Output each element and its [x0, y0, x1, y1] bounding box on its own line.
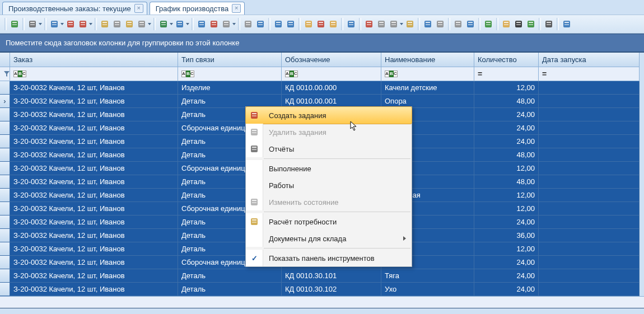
chevron-down-icon[interactable]	[186, 23, 189, 25]
column-header[interactable]: Тип связи	[178, 53, 282, 67]
chevron-down-icon[interactable]	[148, 23, 151, 25]
refresh-icon[interactable]	[9, 18, 20, 30]
barcode-icon[interactable]	[513, 18, 524, 30]
cell-order[interactable]: З-20-0032 Качели, 12 шт, Иванов	[10, 108, 178, 121]
row-indicator[interactable]	[0, 121, 10, 135]
window-icon[interactable]	[465, 18, 476, 30]
toolbar-button[interactable]	[561, 18, 572, 30]
share-icon[interactable]	[196, 18, 207, 30]
toolbar-button[interactable]	[452, 18, 464, 30]
row-indicator[interactable]	[0, 189, 10, 202]
cell-start_date[interactable]	[539, 189, 640, 202]
calendar-add-icon[interactable]	[77, 18, 88, 30]
toolbar-button[interactable]	[111, 18, 123, 30]
cell-order[interactable]: З-20-0032 Качели, 12 шт, Иванов	[10, 256, 178, 269]
chevron-down-icon[interactable]	[232, 23, 236, 25]
cell-start_date[interactable]	[539, 256, 640, 269]
printer-icon[interactable]	[27, 18, 38, 30]
cell-order[interactable]: З-20-0032 Качели, 12 шт, Иванов	[10, 269, 178, 283]
toolbar-button[interactable]	[435, 18, 446, 30]
row-indicator[interactable]	[0, 283, 10, 296]
filter-icon[interactable]	[346, 18, 357, 30]
cell-qty[interactable]: 24,00	[474, 135, 539, 148]
row-indicator[interactable]	[0, 202, 10, 215]
cell-order[interactable]: З-20-0032 Качели, 12 шт, Иванов	[10, 135, 178, 148]
row-indicator[interactable]	[0, 81, 10, 95]
cell-qty[interactable]: 24,00	[474, 256, 539, 269]
row-indicator[interactable]	[0, 175, 10, 189]
calendar-red-icon[interactable]	[65, 18, 76, 30]
run-icon[interactable]	[255, 18, 266, 30]
cell-qty[interactable]: 24,00	[474, 269, 539, 283]
cell-qty[interactable]: 24,00	[474, 121, 539, 135]
delete-cal-icon[interactable]	[111, 18, 123, 30]
cell-link_type[interactable]: Изделие	[178, 81, 282, 95]
cell-name[interactable]: Тяга	[381, 269, 474, 283]
cell-start_date[interactable]	[539, 121, 640, 135]
toolbar-button[interactable]	[285, 18, 296, 30]
cell-order[interactable]: З-20-0032 Качели, 12 шт, Иванов	[10, 175, 178, 189]
column-filter[interactable]: ABC	[10, 67, 178, 81]
column-header[interactable]: Дата запуска	[539, 53, 640, 67]
cell-start_date[interactable]	[539, 202, 640, 215]
doc-icon[interactable]	[376, 18, 387, 30]
cell-order[interactable]: З-20-0032 Качели, 12 шт, Иванов	[10, 162, 178, 175]
cell-name[interactable]: Ухо	[381, 283, 474, 296]
tab-production-orders[interactable]: Производственные заказы: текущие ×	[2, 2, 147, 15]
check-green-icon[interactable]	[483, 18, 494, 30]
cell-name[interactable]: Качели детские	[381, 81, 474, 95]
toolbar-button[interactable]	[124, 18, 135, 30]
cell-start_date[interactable]	[539, 162, 640, 175]
toolbar-button[interactable]	[404, 18, 416, 30]
toolbar-button[interactable]	[77, 18, 92, 30]
excel-icon[interactable]	[158, 18, 169, 30]
menu-item[interactable]: ✓Показать панель инструментов	[246, 250, 412, 266]
cell-order[interactable]: З-20-0032 Качели, 12 шт, Иванов	[10, 242, 178, 256]
menu-item[interactable]: Документы для склада	[246, 230, 412, 247]
renumber1-icon[interactable]	[273, 18, 284, 30]
column-filter[interactable]: ABC	[381, 67, 474, 81]
cell-designation[interactable]: КД 0010.30.101	[282, 269, 381, 283]
cell-order[interactable]: З-20-0032 Качели, 12 шт, Иванов	[10, 215, 178, 229]
calendar-blue-icon[interactable]	[422, 18, 433, 30]
row-indicator[interactable]	[0, 256, 10, 269]
search-icon[interactable]	[452, 18, 464, 30]
binoculars-icon[interactable]	[543, 18, 554, 30]
toolbar-button[interactable]	[255, 18, 266, 30]
row-indicator[interactable]	[0, 135, 10, 148]
chevron-down-icon[interactable]	[39, 23, 42, 25]
cell-order[interactable]: З-20-0032 Качели, 12 шт, Иванов	[10, 283, 178, 296]
cell-qty[interactable]: 12,00	[474, 81, 539, 95]
row-indicator[interactable]	[0, 269, 10, 283]
blocks-icon[interactable]	[363, 18, 375, 30]
calendar-icon[interactable]	[49, 18, 60, 30]
cell-order[interactable]: З-20-0032 Качели, 12 шт, Иванов	[10, 229, 178, 242]
toolbar-button[interactable]	[315, 18, 326, 30]
cell-qty[interactable]: 24,00	[474, 283, 539, 296]
cell-order[interactable]: З-20-0032 Качели, 12 шт, Иванов	[10, 148, 178, 162]
cell-link_type[interactable]: Деталь	[178, 283, 282, 296]
toolbar-button[interactable]	[303, 18, 314, 30]
row-indicator[interactable]	[0, 242, 10, 256]
row-indicator[interactable]	[0, 108, 10, 121]
menu-item[interactable]: Расчёт потребности	[246, 213, 412, 230]
toolbar-button[interactable]	[346, 18, 357, 30]
menu-item[interactable]: Создать задания	[245, 106, 412, 124]
cell-start_date[interactable]	[539, 269, 640, 283]
toolbar-button[interactable]	[174, 18, 189, 30]
cell-start_date[interactable]	[539, 229, 640, 242]
tab-production-schedule[interactable]: График производства ×	[150, 2, 245, 15]
toolbar-button[interactable]	[363, 18, 375, 30]
scissors-icon[interactable]	[208, 18, 220, 30]
menu-item[interactable]: Отчёты	[246, 140, 412, 157]
toolbar-button[interactable]	[49, 18, 64, 30]
column-filter[interactable]: ABC	[178, 67, 282, 81]
toolbar-button[interactable]	[465, 18, 476, 30]
column-filter[interactable]: =	[474, 67, 539, 81]
toolbar-button[interactable]	[9, 18, 20, 30]
toolbar-button[interactable]	[208, 18, 220, 30]
toolbar-button[interactable]	[501, 18, 512, 30]
column-filter[interactable]: ABC	[282, 67, 381, 81]
row-indicator[interactable]: ›	[0, 95, 10, 108]
cell-qty[interactable]: 24,00	[474, 215, 539, 229]
